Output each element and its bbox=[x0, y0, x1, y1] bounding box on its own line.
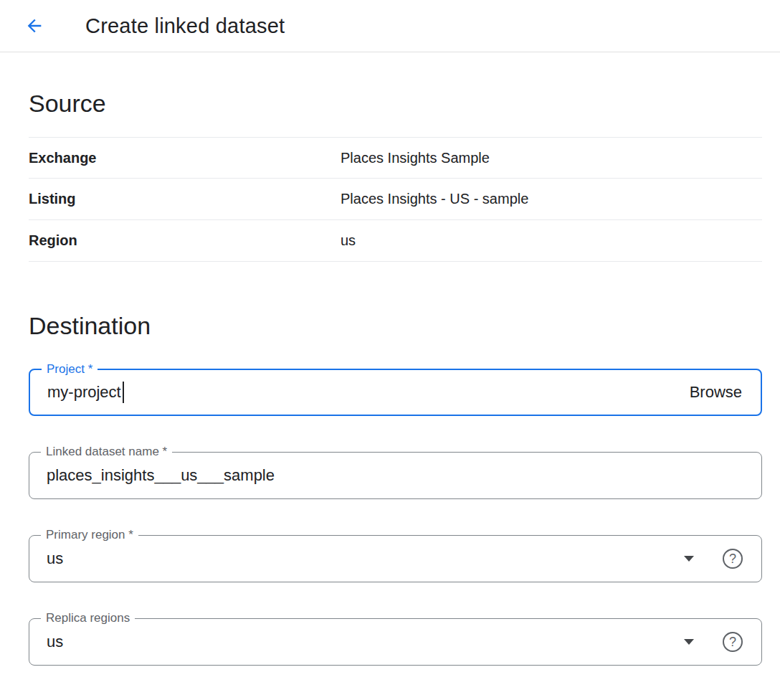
source-heading: Source bbox=[29, 90, 762, 118]
row-label-exchange: Exchange bbox=[29, 150, 341, 166]
text-cursor bbox=[123, 382, 124, 403]
page-title: Create linked dataset bbox=[85, 14, 285, 38]
primary-region-select[interactable]: Primary region * us ? bbox=[29, 535, 762, 582]
main-content: Source Exchange Places Insights Sample L… bbox=[0, 90, 780, 666]
row-value-region: us bbox=[341, 232, 356, 249]
linked-dataset-name-value: places_insights___us___sample bbox=[47, 466, 275, 485]
linked-dataset-name-input[interactable]: Linked dataset name * places_insights___… bbox=[29, 452, 762, 499]
row-label-region: Region bbox=[29, 232, 341, 249]
help-icon[interactable]: ? bbox=[723, 632, 743, 652]
back-button[interactable] bbox=[17, 9, 52, 43]
row-value-listing: Places Insights - US - sample bbox=[341, 191, 528, 207]
table-row: Region us bbox=[29, 220, 762, 262]
chevron-down-icon bbox=[684, 639, 694, 645]
table-row: Listing Places Insights - US - sample bbox=[29, 179, 762, 220]
primary-region-label: Primary region * bbox=[41, 528, 138, 542]
primary-region-value: us bbox=[47, 549, 63, 568]
chevron-down-icon bbox=[684, 556, 694, 562]
source-table: Exchange Places Insights Sample Listing … bbox=[29, 137, 762, 262]
destination-heading: Destination bbox=[29, 312, 762, 340]
row-value-exchange: Places Insights Sample bbox=[341, 150, 490, 166]
destination-form: Project * my-project Browse Linked datas… bbox=[29, 369, 762, 666]
project-label: Project * bbox=[42, 362, 98, 377]
browse-button[interactable]: Browse bbox=[690, 383, 742, 402]
row-label-listing: Listing bbox=[29, 191, 341, 207]
replica-regions-label: Replica regions bbox=[41, 611, 135, 625]
replica-regions-value: us bbox=[47, 633, 63, 651]
linked-dataset-name-label: Linked dataset name * bbox=[41, 445, 172, 459]
project-value: my-project bbox=[47, 383, 121, 402]
help-icon[interactable]: ? bbox=[723, 549, 743, 569]
back-arrow-icon bbox=[24, 16, 44, 36]
table-row: Exchange Places Insights Sample bbox=[29, 137, 762, 179]
project-input[interactable]: Project * my-project Browse bbox=[29, 369, 762, 416]
header: Create linked dataset bbox=[0, 0, 780, 52]
replica-regions-select[interactable]: Replica regions us ? bbox=[29, 618, 762, 666]
